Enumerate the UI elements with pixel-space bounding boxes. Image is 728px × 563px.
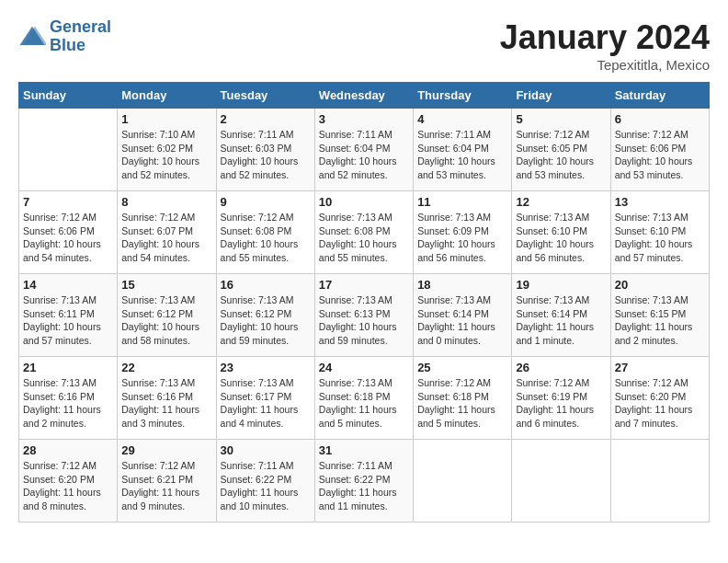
month-title: January 2024 (500, 18, 710, 57)
calendar-cell: 30Sunrise: 7:11 AM Sunset: 6:22 PM Dayli… (216, 440, 314, 523)
day-number: 13 (615, 195, 705, 209)
calendar-cell: 16Sunrise: 7:13 AM Sunset: 6:12 PM Dayli… (216, 274, 314, 357)
calendar-cell: 20Sunrise: 7:13 AM Sunset: 6:15 PM Dayli… (610, 274, 709, 357)
calendar-week-4: 21Sunrise: 7:13 AM Sunset: 6:16 PM Dayli… (19, 357, 710, 440)
header-thursday: Thursday (414, 83, 512, 109)
day-number: 19 (516, 278, 606, 292)
day-info: Sunrise: 7:12 AM Sunset: 6:18 PM Dayligh… (417, 376, 507, 431)
calendar-week-3: 14Sunrise: 7:13 AM Sunset: 6:11 PM Dayli… (19, 274, 710, 357)
day-number: 5 (516, 112, 606, 126)
day-number: 2 (221, 112, 311, 126)
calendar-cell: 23Sunrise: 7:13 AM Sunset: 6:17 PM Dayli… (216, 357, 314, 440)
day-info: Sunrise: 7:12 AM Sunset: 6:20 PM Dayligh… (23, 459, 113, 513)
day-info: Sunrise: 7:13 AM Sunset: 6:18 PM Dayligh… (319, 376, 409, 431)
day-number: 30 (221, 443, 311, 457)
day-number: 26 (516, 361, 606, 374)
calendar-cell (512, 440, 610, 523)
day-number: 7 (23, 195, 113, 209)
day-info: Sunrise: 7:11 AM Sunset: 6:04 PM Dayligh… (319, 128, 409, 182)
day-number: 4 (417, 112, 507, 126)
day-info: Sunrise: 7:12 AM Sunset: 6:20 PM Dayligh… (615, 376, 705, 431)
header-wednesday: Wednesday (314, 83, 413, 109)
calendar-cell: 4Sunrise: 7:11 AM Sunset: 6:04 PM Daylig… (414, 109, 512, 191)
calendar-cell: 7Sunrise: 7:12 AM Sunset: 6:06 PM Daylig… (19, 191, 118, 274)
day-info: Sunrise: 7:13 AM Sunset: 6:14 PM Dayligh… (516, 293, 606, 348)
day-number: 9 (221, 195, 311, 209)
calendar-cell: 29Sunrise: 7:12 AM Sunset: 6:21 PM Dayli… (118, 440, 216, 523)
day-info: Sunrise: 7:13 AM Sunset: 6:12 PM Dayligh… (121, 293, 211, 348)
calendar-week-1: 1Sunrise: 7:10 AM Sunset: 6:02 PM Daylig… (19, 109, 710, 191)
day-info: Sunrise: 7:13 AM Sunset: 6:12 PM Dayligh… (221, 293, 311, 348)
day-info: Sunrise: 7:11 AM Sunset: 6:03 PM Dayligh… (221, 128, 311, 182)
day-number: 29 (121, 443, 211, 457)
day-number: 24 (319, 361, 409, 374)
calendar-cell: 15Sunrise: 7:13 AM Sunset: 6:12 PM Dayli… (118, 274, 216, 357)
calendar-cell: 31Sunrise: 7:11 AM Sunset: 6:22 PM Dayli… (314, 440, 413, 523)
day-info: Sunrise: 7:13 AM Sunset: 6:10 PM Dayligh… (615, 211, 705, 265)
day-info: Sunrise: 7:12 AM Sunset: 6:06 PM Dayligh… (23, 211, 113, 265)
calendar-cell: 25Sunrise: 7:12 AM Sunset: 6:18 PM Dayli… (414, 357, 512, 440)
day-info: Sunrise: 7:13 AM Sunset: 6:09 PM Dayligh… (417, 211, 507, 265)
day-number: 1 (121, 112, 211, 126)
calendar-cell: 21Sunrise: 7:13 AM Sunset: 6:16 PM Dayli… (19, 357, 118, 440)
logo-icon (18, 23, 46, 51)
header-saturday: Saturday (610, 83, 709, 109)
calendar-cell (414, 440, 512, 523)
calendar-header-row: SundayMondayTuesdayWednesdayThursdayFrid… (19, 83, 710, 109)
day-number: 21 (23, 361, 113, 374)
calendar-cell: 26Sunrise: 7:12 AM Sunset: 6:19 PM Dayli… (512, 357, 610, 440)
day-info: Sunrise: 7:13 AM Sunset: 6:08 PM Dayligh… (319, 211, 409, 265)
day-info: Sunrise: 7:13 AM Sunset: 6:16 PM Dayligh… (121, 376, 211, 431)
calendar-cell: 1Sunrise: 7:10 AM Sunset: 6:02 PM Daylig… (118, 109, 216, 191)
day-number: 31 (319, 443, 409, 457)
calendar-cell: 24Sunrise: 7:13 AM Sunset: 6:18 PM Dayli… (314, 357, 413, 440)
logo-line2: Blue (50, 36, 85, 54)
day-info: Sunrise: 7:13 AM Sunset: 6:15 PM Dayligh… (615, 293, 705, 348)
day-info: Sunrise: 7:10 AM Sunset: 6:02 PM Dayligh… (121, 128, 211, 182)
calendar-cell: 13Sunrise: 7:13 AM Sunset: 6:10 PM Dayli… (610, 191, 709, 274)
day-number: 16 (221, 278, 311, 292)
day-info: Sunrise: 7:11 AM Sunset: 6:22 PM Dayligh… (319, 459, 409, 513)
day-info: Sunrise: 7:13 AM Sunset: 6:11 PM Dayligh… (23, 293, 113, 348)
day-info: Sunrise: 7:12 AM Sunset: 6:07 PM Dayligh… (121, 211, 211, 265)
day-info: Sunrise: 7:11 AM Sunset: 6:22 PM Dayligh… (221, 459, 311, 513)
day-info: Sunrise: 7:13 AM Sunset: 6:16 PM Dayligh… (23, 376, 113, 431)
logo: General Blue (18, 18, 111, 55)
day-number: 17 (319, 278, 409, 292)
calendar-cell: 11Sunrise: 7:13 AM Sunset: 6:09 PM Dayli… (414, 191, 512, 274)
day-number: 11 (417, 195, 507, 209)
day-info: Sunrise: 7:12 AM Sunset: 6:21 PM Dayligh… (121, 459, 211, 513)
calendar-table: SundayMondayTuesdayWednesdayThursdayFrid… (18, 82, 710, 523)
logo-text: General Blue (50, 18, 111, 55)
day-number: 23 (221, 361, 311, 374)
calendar-cell: 14Sunrise: 7:13 AM Sunset: 6:11 PM Dayli… (19, 274, 118, 357)
header-tuesday: Tuesday (216, 83, 314, 109)
calendar-cell: 22Sunrise: 7:13 AM Sunset: 6:16 PM Dayli… (118, 357, 216, 440)
day-number: 27 (615, 361, 705, 374)
day-info: Sunrise: 7:12 AM Sunset: 6:08 PM Dayligh… (221, 211, 311, 265)
header-monday: Monday (118, 83, 216, 109)
day-number: 3 (319, 112, 409, 126)
calendar-cell (19, 109, 118, 191)
calendar-cell: 3Sunrise: 7:11 AM Sunset: 6:04 PM Daylig… (314, 109, 413, 191)
day-number: 6 (615, 112, 705, 126)
page-header: General Blue January 2024 Tepexititla, M… (18, 18, 710, 73)
day-number: 22 (121, 361, 211, 374)
day-info: Sunrise: 7:12 AM Sunset: 6:05 PM Dayligh… (516, 128, 606, 182)
day-info: Sunrise: 7:12 AM Sunset: 6:19 PM Dayligh… (516, 376, 606, 431)
day-info: Sunrise: 7:13 AM Sunset: 6:10 PM Dayligh… (516, 211, 606, 265)
day-number: 12 (516, 195, 606, 209)
day-info: Sunrise: 7:12 AM Sunset: 6:06 PM Dayligh… (615, 128, 705, 182)
calendar-cell: 17Sunrise: 7:13 AM Sunset: 6:13 PM Dayli… (314, 274, 413, 357)
day-info: Sunrise: 7:11 AM Sunset: 6:04 PM Dayligh… (417, 128, 507, 182)
calendar-cell: 5Sunrise: 7:12 AM Sunset: 6:05 PM Daylig… (512, 109, 610, 191)
header-friday: Friday (512, 83, 610, 109)
calendar-cell: 9Sunrise: 7:12 AM Sunset: 6:08 PM Daylig… (216, 191, 314, 274)
calendar-cell (610, 440, 709, 523)
calendar-cell: 18Sunrise: 7:13 AM Sunset: 6:14 PM Dayli… (414, 274, 512, 357)
logo-line1: General (50, 17, 111, 36)
calendar-cell: 27Sunrise: 7:12 AM Sunset: 6:20 PM Dayli… (610, 357, 709, 440)
day-number: 20 (615, 278, 705, 292)
day-info: Sunrise: 7:13 AM Sunset: 6:13 PM Dayligh… (319, 293, 409, 348)
day-number: 15 (121, 278, 211, 292)
